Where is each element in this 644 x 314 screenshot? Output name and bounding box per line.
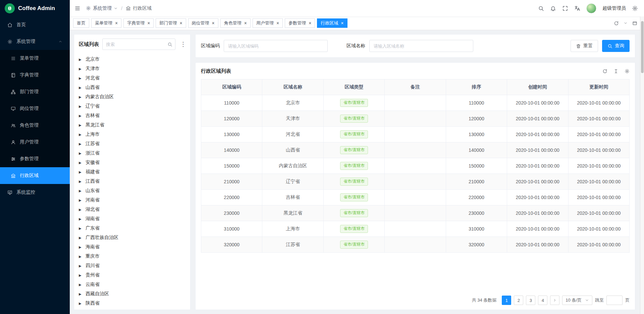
caret-right-icon[interactable]: ▶ (79, 198, 82, 202)
caret-right-icon[interactable]: ▶ (79, 133, 82, 136)
caret-right-icon[interactable]: ▶ (79, 264, 82, 268)
density-icon[interactable] (613, 69, 619, 74)
tree-item[interactable]: ▶广西壮族自治区 (74, 233, 190, 242)
tree-item[interactable]: ▶甘肃省 (74, 308, 190, 310)
sidebar-item[interactable]: 行政区域 (0, 167, 70, 184)
tab-item[interactable]: 岗位管理× (188, 18, 218, 28)
caret-right-icon[interactable]: ▶ (79, 245, 82, 249)
caret-right-icon[interactable]: ▶ (79, 86, 82, 89)
tab-close-icon[interactable]: × (147, 21, 150, 25)
tree-item[interactable]: ▶江苏省 (74, 139, 190, 148)
tree-item[interactable]: ▶河北省 (74, 73, 190, 83)
table-row[interactable]: 310000上海市省市/直辖市3100002020-10-01 00:00:00… (201, 221, 630, 237)
caret-right-icon[interactable]: ▶ (79, 114, 82, 118)
region-tree-list[interactable]: ▶北京市▶天津市▶河北省▶山西省▶内蒙古自治区▶辽宁省▶吉林省▶黑龙江省▶上海市… (74, 54, 190, 310)
table-row[interactable]: 120000天津市省市/直辖市1200002020-10-01 00:00:00… (201, 111, 630, 127)
tab-item[interactable]: 首页 (73, 18, 89, 28)
breadcrumb-section[interactable]: 系统管理 (86, 5, 118, 11)
caret-right-icon[interactable]: ▶ (79, 180, 82, 183)
sidebar-item[interactable]: 字典管理 (0, 67, 70, 83)
sidebar-group-header[interactable]: 系统管理 (0, 33, 70, 50)
tab-item[interactable]: 部门管理× (156, 18, 186, 28)
sidebar-item[interactable]: 角色管理 (0, 117, 70, 134)
tree-item[interactable]: ▶西藏自治区 (74, 289, 190, 299)
language-icon[interactable] (574, 5, 580, 11)
tree-item[interactable]: ▶黑龙江省 (74, 120, 190, 130)
user-avatar[interactable] (586, 3, 596, 13)
tabs-menu-chevron-icon[interactable] (624, 21, 628, 25)
table-row[interactable]: 150000内蒙古自治区省市/直辖市1500002020-10-01 00:00… (201, 158, 630, 174)
caret-right-icon[interactable]: ▶ (79, 105, 82, 108)
tab-item[interactable]: 参数管理× (285, 18, 315, 28)
tree-item[interactable]: ▶辽宁省 (74, 102, 190, 111)
tree-item[interactable]: ▶上海市 (74, 130, 190, 139)
search-icon[interactable] (538, 5, 544, 11)
caret-right-icon[interactable]: ▶ (79, 67, 82, 71)
caret-right-icon[interactable]: ▶ (79, 283, 82, 287)
tree-item[interactable]: ▶四川省 (74, 261, 190, 270)
tab-close-icon[interactable]: × (115, 21, 118, 25)
layout-toggle-icon[interactable] (632, 21, 637, 26)
tree-item[interactable]: ▶重庆市 (74, 252, 190, 261)
refresh-icon[interactable] (614, 21, 619, 26)
tree-item[interactable]: ▶浙江省 (74, 148, 190, 158)
table-row[interactable]: 110000北京市省市/直辖市1100002020-10-01 00:00:00… (201, 95, 630, 111)
next-page-button[interactable] (550, 296, 559, 305)
username[interactable]: 超级管理员 (602, 5, 626, 11)
page-size-select[interactable]: 10 条/页 (562, 296, 592, 305)
tab-close-icon[interactable]: × (341, 21, 343, 25)
caret-right-icon[interactable]: ▶ (79, 58, 82, 61)
tree-item[interactable]: ▶湖南省 (74, 214, 190, 224)
page-button[interactable]: 1 (502, 296, 511, 305)
column-settings-gear-icon[interactable] (625, 69, 630, 74)
fullscreen-icon[interactable] (562, 5, 568, 11)
table-row[interactable]: 320000江苏省省市/直辖市3200002020-10-01 00:00:00… (201, 237, 630, 253)
caret-right-icon[interactable]: ▶ (79, 151, 82, 155)
tab-close-icon[interactable]: × (212, 21, 215, 25)
tree-item[interactable]: ▶安徽省 (74, 158, 190, 167)
tree-item[interactable]: ▶天津市 (74, 64, 190, 73)
jump-page-input[interactable] (606, 296, 623, 305)
tree-item[interactable]: ▶云南省 (74, 280, 190, 289)
sidebar-item[interactable]: 岗位管理 (0, 100, 70, 117)
sidebar-item[interactable]: 参数管理 (0, 150, 70, 167)
app-logo[interactable]: Coffee Admin (0, 0, 70, 16)
caret-right-icon[interactable]: ▶ (79, 255, 82, 258)
caret-right-icon[interactable]: ▶ (79, 208, 82, 211)
tab-close-icon[interactable]: × (179, 21, 182, 25)
sidebar-item[interactable]: 菜单管理 (0, 50, 70, 67)
search-button[interactable]: 查询 (602, 40, 630, 52)
settings-gear-icon[interactable] (632, 5, 638, 11)
sidebar-toggle-icon[interactable] (74, 5, 80, 11)
refresh-icon[interactable] (602, 69, 607, 74)
caret-right-icon[interactable]: ▶ (79, 170, 82, 174)
tab-item[interactable]: 角色管理× (220, 18, 251, 28)
tree-item[interactable]: ▶河南省 (74, 195, 190, 205)
sidebar-item[interactable]: 部门管理 (0, 83, 70, 100)
page-button[interactable]: 4 (538, 296, 547, 305)
tree-item[interactable]: ▶福建省 (74, 167, 190, 177)
tree-item[interactable]: ▶海南省 (74, 242, 190, 252)
scrollbar-thumb[interactable] (641, 21, 644, 73)
caret-right-icon[interactable]: ▶ (79, 76, 82, 80)
region-code-input[interactable] (224, 40, 328, 52)
caret-right-icon[interactable]: ▶ (79, 227, 82, 230)
caret-right-icon[interactable]: ▶ (79, 292, 82, 296)
tab-item[interactable]: 菜单管理× (91, 18, 121, 28)
sidebar-item[interactable]: 首页 (0, 16, 70, 33)
tree-item[interactable]: ▶江西省 (74, 177, 190, 186)
tree-item[interactable]: ▶北京市 (74, 55, 190, 64)
sidebar-item[interactable]: 系统监控 (0, 184, 70, 201)
search-icon[interactable] (167, 42, 172, 47)
sidebar-item[interactable]: 用户管理 (0, 134, 70, 150)
tab-item[interactable]: 用户管理× (253, 18, 283, 28)
caret-right-icon[interactable]: ▶ (79, 161, 82, 165)
caret-right-icon[interactable]: ▶ (79, 236, 82, 240)
tree-item[interactable]: ▶山西省 (74, 83, 190, 92)
tree-item[interactable]: ▶湖北省 (74, 205, 190, 214)
table-row[interactable]: 210000辽宁省省市/直辖市2100002020-10-01 00:00:00… (201, 174, 630, 190)
tree-item[interactable]: ▶广东省 (74, 224, 190, 233)
caret-right-icon[interactable]: ▶ (79, 95, 82, 99)
tree-item[interactable]: ▶贵州省 (74, 270, 190, 280)
caret-right-icon[interactable]: ▶ (79, 123, 82, 127)
